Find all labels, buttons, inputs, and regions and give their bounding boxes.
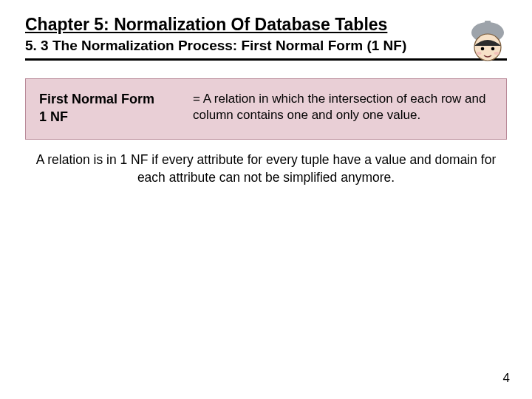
definition-box: First Normal Form 1 NF = A relation in w… [25,78,507,140]
definition-term-line2: 1 NF [39,109,68,124]
definition-term-line1: First Normal Form [39,92,154,106]
body-paragraph: A relation is in 1 NF if every attribute… [33,151,499,186]
section-title: 5. 3 The Normalization Process: First No… [25,37,507,55]
person-avatar-icon [464,16,511,64]
page-number: 4 [503,371,510,386]
svg-point-5 [477,52,482,55]
svg-point-3 [481,47,485,51]
svg-point-6 [494,52,499,55]
definition-description: = A relation in which the intersection o… [193,91,493,126]
slide: Chapter 5: Normalization Of Database Tab… [0,0,532,399]
svg-rect-1 [485,21,491,25]
svg-point-4 [491,47,495,51]
chapter-title: Chapter 5: Normalization Of Database Tab… [25,15,507,35]
slide-header: Chapter 5: Normalization Of Database Tab… [0,0,532,61]
header-divider [25,58,507,61]
definition-term: First Normal Form 1 NF [39,91,180,126]
